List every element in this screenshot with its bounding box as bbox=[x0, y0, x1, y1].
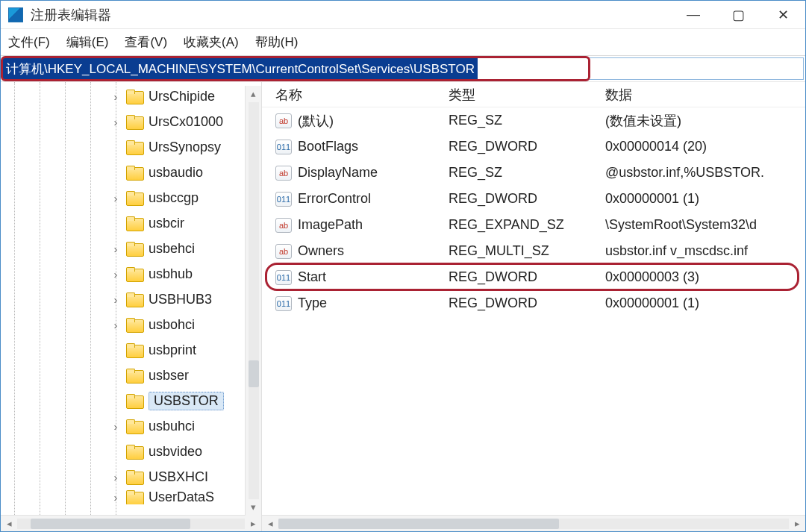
menu-edit[interactable]: 编辑(E) bbox=[66, 34, 109, 51]
scroll-thumb[interactable] bbox=[31, 519, 190, 529]
scroll-track[interactable] bbox=[249, 102, 259, 499]
menu-view[interactable]: 查看(V) bbox=[125, 34, 167, 51]
value-row-BootFlags[interactable]: 011BootFlagsREG_DWORD0x00000014 (20) bbox=[262, 134, 805, 160]
scroll-right-icon[interactable]: ▸ bbox=[245, 518, 261, 529]
scroll-up-icon[interactable]: ▴ bbox=[246, 86, 261, 102]
cell-data: 0x00000003 (3) bbox=[605, 269, 805, 285]
expand-chevron-icon[interactable]: › bbox=[110, 319, 122, 331]
scroll-right-icon[interactable]: ▸ bbox=[789, 518, 805, 529]
expand-chevron-icon[interactable]: › bbox=[110, 420, 122, 433]
cell-data: 0x00000001 (1) bbox=[605, 191, 805, 207]
tree-item-usbcir[interactable]: usbcir bbox=[1, 210, 261, 236]
cell-name: 011Type bbox=[262, 295, 449, 311]
tree-item-label: usbser bbox=[149, 368, 189, 384]
address-bar[interactable]: 计算机\HKEY_LOCAL_MACHINE\SYSTEM\CurrentCon… bbox=[2, 57, 804, 80]
expand-chevron-icon[interactable]: › bbox=[110, 116, 122, 128]
scroll-thumb[interactable] bbox=[249, 360, 259, 387]
tree-item-usbvideo[interactable]: usbvideo bbox=[1, 439, 261, 464]
tree-item-usbohci[interactable]: ›usbohci bbox=[1, 312, 261, 337]
tree-item-usbccgp[interactable]: ›usbccgp bbox=[1, 185, 261, 210]
scroll-left-icon[interactable]: ◂ bbox=[1, 518, 17, 529]
folder-icon bbox=[126, 445, 143, 458]
value-name: DisplayName bbox=[298, 165, 378, 181]
list-horizontal-scrollbar[interactable]: ◂ ▸ bbox=[262, 515, 805, 531]
value-name: Start bbox=[298, 269, 326, 285]
value-row-ImagePath[interactable]: abImagePathREG_EXPAND_SZ\SystemRoot\Syst… bbox=[262, 212, 805, 238]
value-row-DisplayName[interactable]: abDisplayNameREG_SZ@usbstor.inf,%USBSTOR… bbox=[262, 160, 805, 186]
string-value-icon: ab bbox=[275, 166, 292, 181]
tree-item-USBHUB3[interactable]: ›USBHUB3 bbox=[1, 287, 261, 312]
cell-name: abImagePath bbox=[262, 217, 449, 233]
string-value-icon: ab bbox=[275, 113, 292, 128]
tree-item-usbehci[interactable]: ›usbehci bbox=[1, 236, 261, 261]
scroll-track[interactable] bbox=[17, 519, 245, 529]
expand-chevron-icon[interactable]: › bbox=[110, 471, 122, 484]
cell-data: @usbstor.inf,%USBSTOR. bbox=[605, 165, 805, 181]
menu-bar[interactable]: 文件(F) 编辑(E) 查看(V) 收藏夹(A) 帮助(H) bbox=[1, 29, 805, 56]
cell-data: 0x00000001 (1) bbox=[605, 295, 805, 311]
tree-item-usbaudio[interactable]: usbaudio bbox=[1, 160, 261, 185]
tree-item-usbhub[interactable]: ›usbhub bbox=[1, 261, 261, 287]
folder-icon bbox=[126, 242, 143, 255]
tree-vertical-scrollbar[interactable]: ▴ ▾ bbox=[245, 86, 261, 516]
address-path[interactable]: 计算机\HKEY_LOCAL_MACHINE\SYSTEM\CurrentCon… bbox=[3, 58, 478, 79]
folder-icon bbox=[126, 191, 143, 204]
tree-item-USBXHCI[interactable]: ›USBXHCI bbox=[1, 464, 261, 489]
scroll-left-icon[interactable]: ◂ bbox=[262, 518, 278, 529]
cell-name: 011Start bbox=[262, 269, 449, 285]
tree-item-UrsChipide[interactable]: ›UrsChipide⌃ bbox=[1, 84, 261, 109]
list-header[interactable]: 名称 类型 数据 bbox=[262, 82, 805, 107]
value-row-Owners[interactable]: abOwnersREG_MULTI_SZusbstor.inf v_mscdsc… bbox=[262, 238, 805, 264]
tree-item-usbuhci[interactable]: ›usbuhci bbox=[1, 413, 261, 439]
value-row-Start[interactable]: 011StartREG_DWORD0x00000003 (3) bbox=[262, 264, 805, 290]
tree-item-usbser[interactable]: usbser bbox=[1, 363, 261, 388]
expand-chevron-icon[interactable]: › bbox=[110, 90, 122, 103]
folder-icon bbox=[126, 318, 143, 331]
scroll-thumb[interactable] bbox=[278, 519, 559, 529]
menu-favorites[interactable]: 收藏夹(A) bbox=[184, 34, 239, 51]
value-name: ErrorControl bbox=[298, 191, 371, 207]
close-button[interactable]: ✕ bbox=[760, 1, 805, 28]
minimize-button[interactable]: — bbox=[671, 1, 716, 28]
column-header-data[interactable]: 数据 bbox=[605, 86, 805, 104]
tree-item-label: USBSTOR bbox=[149, 392, 224, 410]
maximize-button[interactable]: ▢ bbox=[716, 1, 760, 28]
menu-help[interactable]: 帮助(H) bbox=[255, 34, 299, 51]
column-header-type[interactable]: 类型 bbox=[449, 86, 605, 104]
expand-chevron-icon[interactable]: › bbox=[110, 192, 122, 204]
scroll-track[interactable] bbox=[278, 519, 789, 529]
tree-horizontal-scrollbar[interactable]: ◂ ▸ bbox=[1, 515, 261, 531]
main-area: ›UrsChipide⌃›UrsCx01000UrsSynopsyusbaudi… bbox=[1, 81, 805, 531]
scroll-down-icon[interactable]: ▾ bbox=[246, 499, 261, 516]
tree-pane[interactable]: ›UrsChipide⌃›UrsCx01000UrsSynopsyusbaudi… bbox=[1, 82, 262, 531]
expand-chevron-icon[interactable]: › bbox=[110, 491, 122, 504]
tree-item-UrsSynopsy[interactable]: UrsSynopsy bbox=[1, 134, 261, 160]
tree-item-UserDataS[interactable]: ›UserDataS bbox=[1, 489, 261, 504]
value-row-Type[interactable]: 011TypeREG_DWORD0x00000001 (1) bbox=[262, 290, 805, 316]
values-pane[interactable]: 名称 类型 数据 ab(默认)REG_SZ(数值未设置)011BootFlags… bbox=[262, 82, 805, 531]
list-body[interactable]: ab(默认)REG_SZ(数值未设置)011BootFlagsREG_DWORD… bbox=[262, 107, 805, 316]
string-value-icon: ab bbox=[275, 218, 292, 233]
tree-scroll[interactable]: ›UrsChipide⌃›UrsCx01000UrsSynopsyusbaudi… bbox=[1, 82, 261, 515]
value-row-ErrorControl[interactable]: 011ErrorControlREG_DWORD0x00000001 (1) bbox=[262, 186, 805, 212]
expand-chevron-icon[interactable]: › bbox=[110, 293, 122, 306]
cell-type: REG_DWORD bbox=[449, 139, 605, 154]
app-icon bbox=[8, 7, 23, 22]
value-name: Owners bbox=[298, 243, 344, 259]
value-name: ImagePath bbox=[298, 217, 363, 233]
title-bar[interactable]: 注册表编辑器 — ▢ ✕ bbox=[1, 1, 805, 29]
expand-chevron-icon[interactable]: › bbox=[110, 242, 122, 255]
menu-file[interactable]: 文件(F) bbox=[8, 34, 50, 51]
cell-type: REG_MULTI_SZ bbox=[449, 243, 605, 259]
column-header-name[interactable]: 名称 bbox=[262, 86, 449, 104]
tree-item-UrsCx01000[interactable]: ›UrsCx01000 bbox=[1, 109, 261, 134]
expand-chevron-icon[interactable]: › bbox=[110, 268, 122, 281]
cell-name: ab(默认) bbox=[262, 112, 449, 130]
cell-data: (数值未设置) bbox=[605, 112, 805, 130]
tree-item-usbprint[interactable]: usbprint bbox=[1, 337, 261, 363]
value-row-(默认)[interactable]: ab(默认)REG_SZ(数值未设置) bbox=[262, 107, 805, 134]
tree-item-label: UrsSynopsy bbox=[149, 140, 221, 155]
binary-value-icon: 011 bbox=[275, 296, 292, 311]
tree-item-USBSTOR[interactable]: USBSTOR bbox=[1, 388, 261, 413]
cell-type: REG_DWORD bbox=[449, 269, 605, 285]
